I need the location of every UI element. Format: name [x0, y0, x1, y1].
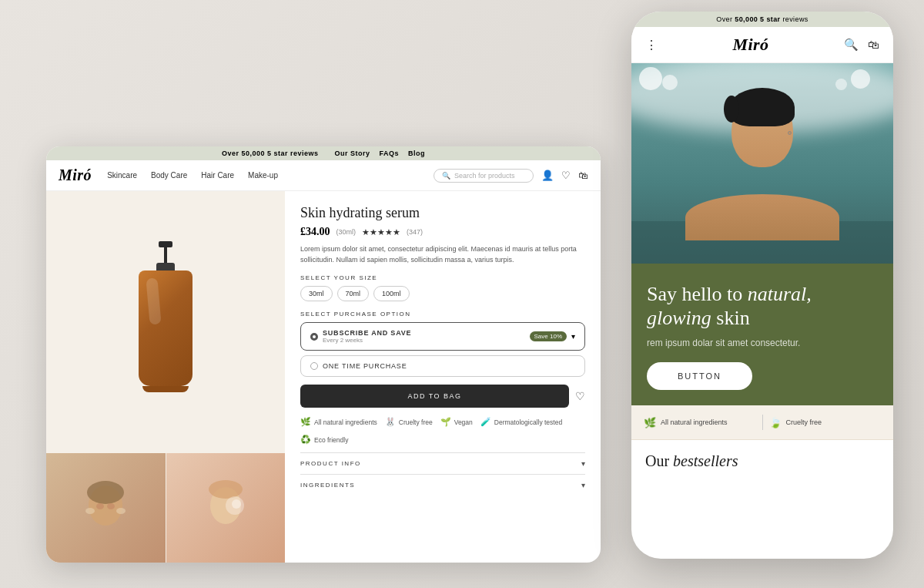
vegan-icon: 🌱 [440, 417, 451, 427]
bestsellers-title-italic: bestsellers [673, 452, 738, 469]
nav-bodycare[interactable]: Body Care [151, 171, 187, 180]
bottle-base [142, 386, 189, 392]
badge-vegan-label: Vegan [454, 418, 473, 426]
natural-icon: 🌿 [300, 417, 311, 427]
size-70ml[interactable]: 70ml [337, 286, 370, 301]
tablet-header-right: 🔍 Search for products 👤 ♡ 🛍 [434, 169, 588, 183]
bubble-3 [851, 69, 870, 89]
save-badge: Save 10% [530, 331, 567, 341]
menu-icon[interactable]: ⋮ [645, 38, 658, 52]
thumbnail-1[interactable] [46, 453, 166, 563]
hero-subtext: rem ipsum dolar sit amet consectetur. [647, 338, 878, 348]
nav-haircare[interactable]: Hair Care [201, 171, 234, 180]
svg-point-4 [85, 508, 95, 514]
svg-point-9 [232, 499, 241, 509]
svg-point-2 [96, 503, 104, 509]
product-stars: ★★★★★ [362, 227, 400, 237]
phone-badge-natural: 🌿 All natural ingredients [644, 417, 756, 428]
nav-makeup[interactable]: Make-up [248, 171, 278, 180]
svg-point-3 [107, 503, 115, 509]
phone-badge-cruelty-label: Cruelty free [786, 418, 822, 426]
phone-search-icon[interactable]: 🔍 [844, 38, 859, 52]
phone-announcement-highlight: 50,000 5 star [735, 15, 780, 23]
phone-badge-cruelty: 🍃 Cruelty free [769, 417, 882, 428]
size-30ml[interactable]: 30ml [300, 286, 333, 301]
product-image-main [46, 191, 285, 453]
subscribe-left: SUBSCRIBE AND SAVE Every 2 weeks [310, 329, 411, 344]
bubble-2 [662, 75, 678, 90]
ingredients-accordion[interactable]: INGREDIENTS ▾ [300, 474, 585, 496]
bottle-pump-head [159, 241, 172, 247]
add-wishlist-icon[interactable]: ♡ [575, 390, 585, 402]
person-hair [730, 88, 795, 126]
phone-cruelty-icon: 🍃 [769, 417, 782, 428]
faqs-link[interactable]: FAQs [380, 150, 400, 157]
bottle-pump-neck [164, 247, 167, 263]
product-info-label: PRODUCT INFO [300, 460, 361, 467]
phone-announcement-bar: Over 50,000 5 star reviews [631, 12, 893, 27]
search-placeholder: Search for products [454, 172, 515, 180]
product-price: £34.00 [300, 226, 330, 238]
one-time-option[interactable]: ONE TIME PURCHASE [300, 355, 585, 377]
bestsellers-title-before: Our [645, 452, 673, 469]
subscribe-frequency: Every 2 weeks [323, 337, 411, 344]
product-badges: 🌿 All natural ingredients 🐰 Cruelty free… [300, 417, 585, 445]
size-options: 30ml 70ml 100ml [300, 286, 585, 301]
bottle-body [139, 270, 192, 386]
tablet-header: Miró Skincare Body Care Hair Care Make-u… [46, 160, 601, 191]
serum-bottle [131, 241, 200, 403]
add-to-bag-button[interactable]: ADD TO BAG [300, 385, 569, 408]
subscribe-right: Save 10% ▾ [530, 331, 575, 341]
user-icon[interactable]: 👤 [541, 170, 554, 182]
blog-link[interactable]: Blog [408, 150, 425, 157]
ingredients-label: INGREDIENTS [300, 482, 355, 489]
person-shoulders [685, 194, 839, 240]
size-100ml[interactable]: 100ml [373, 286, 410, 301]
one-time-label: ONE TIME PURCHASE [323, 362, 407, 370]
product-description: Lorem ipsum dolor sit amet, consectetur … [300, 244, 585, 265]
hero-cta-button[interactable]: BUTTON [647, 362, 752, 390]
product-review-count: (347) [407, 228, 423, 236]
badge-natural-label: All natural ingredients [314, 418, 377, 426]
svg-point-1 [87, 481, 124, 504]
size-section-label: SELECT YOUR SIZE [300, 274, 585, 281]
product-info-chevron: ▾ [581, 459, 585, 468]
bottle-pump-collar [156, 263, 175, 270]
badge-vegan: 🌱 Vegan [440, 417, 473, 427]
subscribe-text-block: SUBSCRIBE AND SAVE Every 2 weeks [323, 329, 411, 344]
thumbnail-2[interactable] [166, 453, 286, 563]
product-info-accordion[interactable]: PRODUCT INFO ▾ [300, 452, 585, 474]
tablet-search-box[interactable]: 🔍 Search for products [434, 169, 534, 183]
badge-divider [762, 415, 763, 430]
badge-derm-tested: 🧪 Dermatologically tested [480, 417, 562, 427]
badge-eco-label: Eco friendly [314, 436, 348, 444]
one-time-radio [310, 362, 318, 370]
wishlist-icon[interactable]: ♡ [561, 170, 571, 182]
subscribe-option[interactable]: SUBSCRIBE AND SAVE Every 2 weeks Save 10… [300, 322, 585, 351]
face-svg-1 [75, 479, 136, 540]
bath-scene [631, 63, 893, 264]
hero-heading: Say hello to natural, glowing skin [647, 282, 878, 330]
badge-cruelty-free: 🐰 Cruelty free [385, 417, 433, 427]
phone-header-icons: 🔍 🛍 [844, 38, 879, 52]
our-story-link[interactable]: Our Story [335, 150, 370, 157]
phone-hero-text-section: Say hello to natural, glowing skin rem i… [631, 264, 893, 405]
product-size-info: (30ml) [336, 228, 357, 236]
search-icon: 🔍 [442, 172, 450, 180]
derm-icon: 🧪 [480, 417, 491, 427]
bubble-1 [639, 67, 662, 90]
badge-cruelty-label: Cruelty free [399, 418, 433, 426]
tablet-logo: Miró [59, 166, 92, 184]
product-image-column [46, 191, 285, 563]
thumb-face-2 [166, 453, 286, 563]
subscribe-radio [310, 333, 318, 341]
hero-heading-after: skin [711, 307, 750, 329]
nav-skincare[interactable]: Skincare [107, 171, 137, 180]
add-to-bag-row: ADD TO BAG ♡ [300, 385, 585, 408]
face-svg-2 [195, 479, 256, 540]
tablet-frame: Over 50,000 5 star reviews Our Story FAQ… [46, 146, 601, 563]
phone-cart-icon[interactable]: 🛍 [868, 39, 879, 52]
announcement-text: Over 50,000 5 star reviews [222, 150, 321, 157]
thumb-face-1 [46, 453, 166, 563]
cart-icon[interactable]: 🛍 [578, 170, 588, 182]
